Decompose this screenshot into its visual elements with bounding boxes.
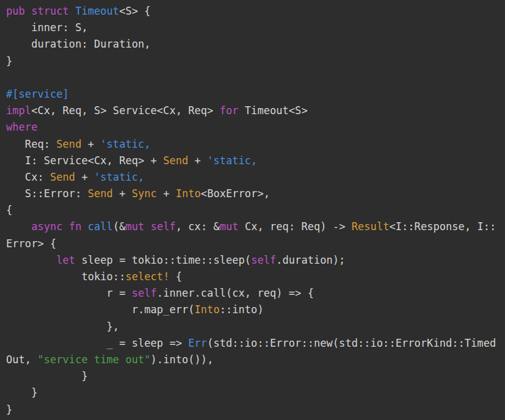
code-line: let sleep = tokio::time::sleep(self.dura… xyxy=(6,252,505,269)
code-token: Into xyxy=(176,187,201,200)
code-token: select! xyxy=(125,270,169,283)
code-token: ).into()), xyxy=(151,353,214,366)
code-token: impl xyxy=(6,104,31,117)
code-token xyxy=(81,220,87,233)
code-token: _ = sleep => xyxy=(6,337,188,349)
code-line: } xyxy=(6,368,505,385)
code-token: { xyxy=(169,270,182,283)
code-token: + xyxy=(113,187,132,200)
code-line: { xyxy=(6,202,505,219)
code-token: S::Error: xyxy=(6,187,88,200)
code-line: pub struct Timeout<S> { xyxy=(6,3,505,20)
code-token: + xyxy=(188,154,207,167)
code-token xyxy=(6,220,31,233)
code-token: fn xyxy=(69,220,82,233)
code-line: tokio::select! { xyxy=(6,269,505,285)
code-line: where xyxy=(6,119,505,136)
code-token: r = xyxy=(6,287,132,299)
code-line: I: Service<Cx, Req> + Send + 'static, xyxy=(6,153,505,169)
code-line: #[service] xyxy=(6,86,505,103)
code-token: #[service] xyxy=(6,88,69,100)
code-token: <I::Response, I:: xyxy=(389,220,496,233)
code-token: sleep = tokio::time::sleep( xyxy=(75,254,251,266)
code-token: mut xyxy=(125,220,144,233)
code-token: <S> { xyxy=(119,5,150,17)
code-token: + xyxy=(75,171,94,183)
terminal-code-area: pub struct Timeout<S> { inner: S, durati… xyxy=(0,0,505,420)
code-token: Error> { xyxy=(6,237,56,250)
code-line: r = self.inner.call(cx, req) => { xyxy=(6,285,505,302)
code-token: tokio:: xyxy=(6,270,125,283)
code-token: ::into) xyxy=(220,303,264,316)
code-token: .duration); xyxy=(276,254,345,266)
code-line: async fn call(&mut self, cx: &mut Cx, re… xyxy=(6,219,505,235)
code-token: Timeout<S> xyxy=(239,104,308,117)
code-line: S::Error: Send + Sync + Into<BoxError>, xyxy=(6,186,505,202)
code-token: self xyxy=(151,220,176,233)
code-line: Req: Send + 'static, xyxy=(6,136,505,153)
code-token: <Cx, Req, S> Service<Cx, Req> xyxy=(31,104,220,117)
code-lines-container: pub struct Timeout<S> { inner: S, durati… xyxy=(6,3,505,418)
code-token: pub struct xyxy=(6,5,75,17)
code-token: Send xyxy=(88,187,113,200)
code-token: self xyxy=(251,254,276,266)
code-token: Result xyxy=(352,220,390,233)
code-token xyxy=(6,254,56,266)
code-token: Send xyxy=(56,138,81,150)
code-token: } xyxy=(6,370,88,382)
code-token: let xyxy=(56,254,75,266)
code-token: + xyxy=(157,187,176,200)
code-token: r.map_err( xyxy=(6,303,195,316)
code-line: } xyxy=(6,402,505,418)
code-token: where xyxy=(6,121,37,133)
code-line: Out, "service time out").into()), xyxy=(6,352,505,368)
code-token: Timeout xyxy=(75,5,119,17)
code-line xyxy=(6,70,505,86)
code-token: Cx, req: Req) -> xyxy=(239,220,352,233)
code-token xyxy=(63,220,69,233)
code-token: Sync xyxy=(132,187,157,200)
code-token: Req: xyxy=(6,138,56,150)
code-token: } xyxy=(6,386,37,399)
code-token: Cx: xyxy=(6,171,50,183)
code-token: , cx: & xyxy=(176,220,220,233)
code-token: + xyxy=(81,138,100,150)
code-token: .inner.call(cx, req) => { xyxy=(157,287,314,299)
code-token: Err xyxy=(188,337,207,349)
code-token: self xyxy=(132,287,157,299)
code-line: r.map_err(Into::into) xyxy=(6,302,505,318)
code-line: Cx: Send + 'static, xyxy=(6,169,505,186)
code-token: }, xyxy=(6,320,119,333)
code-token: Into xyxy=(195,303,220,316)
code-token: for xyxy=(220,104,239,117)
code-line: } xyxy=(6,385,505,401)
code-token: "service time out" xyxy=(37,353,150,366)
code-token: 'static, xyxy=(100,138,150,150)
code-token xyxy=(144,220,150,233)
code-line: Error> { xyxy=(6,236,505,252)
code-token: } xyxy=(6,55,12,67)
code-token: (& xyxy=(113,220,126,233)
code-token: 'static, xyxy=(94,171,144,183)
code-token: 'static, xyxy=(207,154,257,167)
code-token: I: Service<Cx, Req> + xyxy=(6,154,163,167)
code-token: Out, xyxy=(6,353,37,366)
code-line: duration: Duration, xyxy=(6,36,505,52)
code-token: Send xyxy=(163,154,188,167)
code-line: }, xyxy=(6,319,505,335)
code-line: inner: S, xyxy=(6,20,505,36)
code-line: } xyxy=(6,53,505,70)
code-token: call xyxy=(88,220,113,233)
code-token: async xyxy=(31,220,62,233)
code-token: <BoxError>, xyxy=(201,187,270,200)
code-token: { xyxy=(6,204,12,216)
code-token: Send xyxy=(50,171,75,183)
code-token: mut xyxy=(220,220,239,233)
code-line: _ = sleep => Err(std::io::Error::new(std… xyxy=(6,335,505,352)
code-line: impl<Cx, Req, S> Service<Cx, Req> for Ti… xyxy=(6,103,505,119)
code-token: inner: S, xyxy=(6,21,88,34)
code-token: } xyxy=(6,404,12,416)
code-token: duration: Duration, xyxy=(6,38,151,50)
code-token: (std::io::Error::new(std::io::ErrorKind:… xyxy=(207,337,496,349)
